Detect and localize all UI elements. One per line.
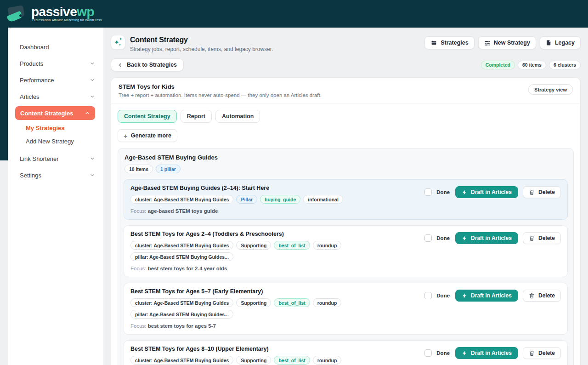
chevron-down-icon	[90, 156, 95, 161]
item-badge: buying_guide	[260, 195, 300, 204]
draft-button-label: Draft in Articles	[471, 235, 512, 241]
legacy-label: Legacy	[555, 40, 575, 46]
draft-in-articles-button[interactable]: Draft in Articles	[455, 232, 518, 244]
strategy-card-body: Content StrategyReportAutomation + Gener…	[111, 103, 580, 365]
sidebar-item-label: Performance	[20, 77, 54, 84]
draft-button-label: Draft in Articles	[471, 189, 512, 195]
brand-logo[interactable]: passivewp Professional Affiliate Marketi…	[6, 4, 102, 23]
sidebar-item-products[interactable]: Products	[20, 55, 95, 72]
item-badge: Pillar	[236, 195, 257, 204]
main-content: ✦✦✦ Content Strategy Strategy jobs, repo…	[103, 28, 588, 365]
done-checkbox[interactable]	[424, 188, 432, 196]
sidebar-item-content-strategies[interactable]: Content Strategies	[15, 106, 95, 120]
tab-automation[interactable]: Automation	[215, 110, 260, 123]
done-checkbox[interactable]	[424, 349, 432, 357]
strategy-item-card: Best STEM Toys for Ages 5–7 (Early Eleme…	[124, 283, 568, 335]
tab-content-strategy[interactable]: Content Strategy	[118, 110, 177, 123]
item-badge: roundup	[313, 298, 342, 307]
document-icon	[546, 40, 552, 46]
strategy-title: STEM Toys for Kids	[119, 83, 322, 90]
sidebar-item-label: Add New Strategy	[26, 138, 74, 145]
item-badge: best_of_list	[274, 298, 310, 307]
status-badge: 60 items	[518, 61, 546, 69]
sidebar: DashboardProductsPerformanceArticlesCont…	[8, 28, 103, 365]
brand-accent: wp	[77, 5, 94, 19]
item-badge: best_of_list	[274, 241, 310, 250]
sidebar-item-link-shortener[interactable]: Link Shortener	[20, 150, 95, 167]
chevron-down-icon	[90, 172, 95, 178]
item-badge: best_of_list	[274, 356, 310, 365]
generate-more-button[interactable]: + Generate more	[118, 129, 177, 142]
done-label: Done	[436, 189, 450, 195]
sidebar-item-dashboard[interactable]: Dashboard	[20, 39, 95, 55]
chevron-down-icon	[90, 77, 95, 83]
item-badges: cluster: Age-Based STEM Buying GuidesPil…	[130, 195, 343, 204]
chevron-up-icon	[85, 110, 90, 116]
draft-in-articles-button[interactable]: Draft in Articles	[455, 186, 518, 198]
brand-text: passivewp Professional Affiliate Marketi…	[31, 6, 102, 22]
delete-button[interactable]: Delete	[523, 290, 561, 302]
cluster-badge: 10 items	[124, 165, 153, 173]
strategy-item-card: Best STEM Toys for Ages 2–4 (Toddlers & …	[124, 225, 568, 277]
item-badge: cluster: Age-Based STEM Buying Guides	[130, 298, 233, 307]
item-title: Best STEM Toys for Ages 2–4 (Toddlers & …	[130, 231, 417, 237]
item-badge: Supporting	[236, 298, 271, 307]
back-to-strategies-button[interactable]: Back to Strategies	[111, 58, 184, 71]
item-badges: cluster: Age-Based STEM Buying GuidesSup…	[130, 356, 417, 365]
cluster-item-list: Age-Based STEM Buying Guides (2–14): Sta…	[124, 179, 568, 365]
item-actions: DoneDraft in ArticlesDelete	[424, 186, 561, 198]
bolt-icon	[462, 293, 467, 299]
cluster-badges: 10 items1 pillar	[124, 165, 568, 173]
draft-in-articles-button[interactable]: Draft in Articles	[455, 290, 518, 302]
trash-icon	[529, 350, 535, 356]
strategy-view-button[interactable]: Strategy view	[528, 84, 573, 95]
item-badge: cluster: Age-Based STEM Buying Guides	[130, 241, 233, 250]
item-actions: DoneDraft in ArticlesDelete	[424, 347, 561, 359]
delete-button[interactable]: Delete	[523, 186, 561, 198]
plus-icon: +	[124, 132, 128, 139]
done-checkbox[interactable]	[424, 234, 432, 242]
item-info: Best STEM Toys for Ages 5–7 (Early Eleme…	[130, 288, 417, 329]
page-title: Content Strategy	[130, 35, 273, 44]
sidebar-item-label: Dashboard	[20, 44, 49, 51]
item-info: Age-Based STEM Buying Guides (2–14): Sta…	[130, 185, 343, 214]
sidebar-item-settings[interactable]: Settings	[20, 167, 95, 183]
chevron-left-icon	[118, 63, 123, 68]
sidebar-item-performance[interactable]: Performance	[20, 72, 95, 88]
item-title: Best STEM Toys for Ages 8–10 (Upper Elem…	[130, 346, 417, 352]
draft-button-label: Draft in Articles	[471, 292, 512, 299]
sidebar-item-add-new-strategy[interactable]: Add New Strategy	[26, 135, 95, 148]
delete-button[interactable]: Delete	[523, 232, 561, 244]
bolt-icon	[462, 189, 467, 195]
brand-primary: passive	[31, 5, 77, 19]
done-checkbox[interactable]	[424, 292, 432, 299]
sidebar-item-my-strategies[interactable]: My Strategies	[26, 121, 95, 135]
delete-button-label: Delete	[538, 350, 555, 356]
delete-button-label: Delete	[538, 292, 555, 299]
new-strategy-button[interactable]: New Strategy	[478, 36, 536, 49]
draft-button-label: Draft in Articles	[471, 350, 512, 356]
delete-button[interactable]: Delete	[523, 347, 561, 359]
strategy-item-card: Best STEM Toys for Ages 8–10 (Upper Elem…	[124, 340, 568, 365]
brand-tag-icon	[6, 4, 28, 23]
strategies-button[interactable]: Strategies	[424, 36, 474, 49]
delete-button-label: Delete	[538, 235, 555, 241]
done-label: Done	[436, 235, 450, 241]
sidebar-item-articles[interactable]: Articles	[20, 88, 95, 105]
legacy-button[interactable]: Legacy	[540, 36, 581, 49]
sidebar-nav: DashboardProductsPerformanceArticlesCont…	[20, 39, 95, 183]
sidebar-item-label: My Strategies	[26, 125, 65, 131]
strategy-tabs: Content StrategyReportAutomation	[118, 110, 574, 123]
brand-tagline: Professional Affiliate Marketing for Wor…	[31, 19, 102, 22]
item-info: Best STEM Toys for Ages 8–10 (Upper Elem…	[130, 346, 417, 365]
item-focus: Focus: best stem toys for 2-4 year olds	[130, 266, 417, 271]
cluster-panel: Age-Based STEM Buying Guides 10 items1 p…	[118, 148, 574, 365]
cluster-badge: 1 pillar	[156, 165, 181, 173]
draft-in-articles-button[interactable]: Draft in Articles	[455, 347, 518, 359]
tab-report[interactable]: Report	[181, 110, 212, 123]
item-badge: roundup	[313, 241, 342, 250]
sidebar-item-label: Content Strategies	[20, 110, 74, 117]
item-title: Best STEM Toys for Ages 5–7 (Early Eleme…	[130, 288, 417, 295]
status-badges: Completed60 items6 clusters	[481, 61, 581, 69]
item-title: Age-Based STEM Buying Guides (2–14): Sta…	[130, 185, 343, 191]
